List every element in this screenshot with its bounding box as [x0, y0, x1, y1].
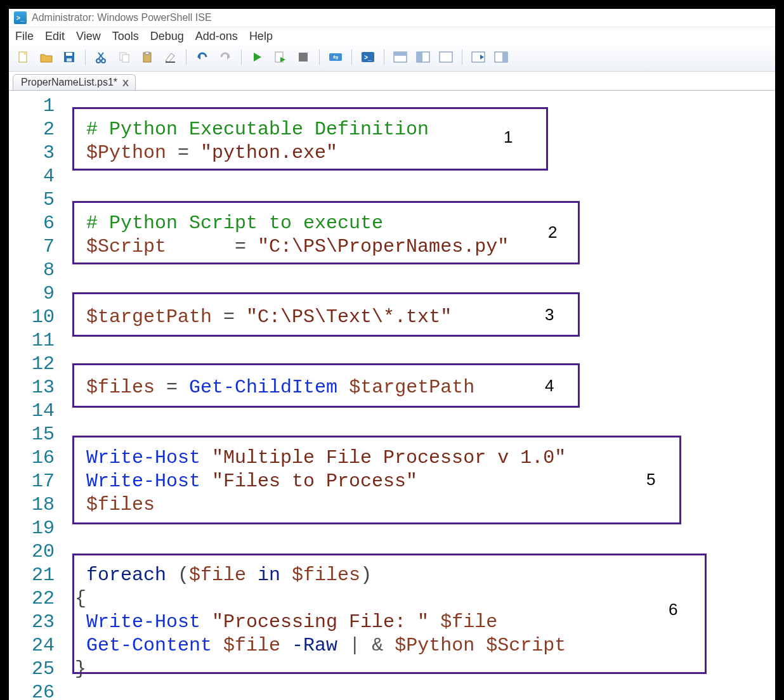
code-variable: $files	[86, 377, 155, 398]
show-command-icon[interactable]	[469, 48, 488, 66]
code-keyword: foreach	[86, 564, 166, 586]
layout-side-icon[interactable]	[414, 48, 433, 66]
svg-rect-4	[67, 58, 72, 62]
code-comment: # Python Script to execute	[86, 212, 383, 234]
code-variable: $files	[86, 494, 155, 515]
menu-help[interactable]: Help	[249, 30, 273, 43]
line-number: 20	[9, 540, 63, 564]
code-cmdlet: Get-ChildItem	[189, 377, 337, 398]
line-number: 11	[9, 329, 63, 353]
svg-rect-32	[502, 52, 507, 62]
svg-point-8	[101, 59, 105, 63]
show-addon-icon[interactable]	[492, 48, 511, 66]
line-number: 24	[9, 634, 63, 658]
powershell-tab-icon[interactable]: >_	[358, 48, 377, 66]
toolbar-separator	[384, 49, 384, 65]
line-number: 7	[9, 235, 63, 259]
line-number: 3	[9, 141, 63, 165]
code-op: =	[166, 236, 258, 257]
svg-rect-12	[145, 52, 149, 55]
toolbar: ⇆ >_	[9, 46, 775, 72]
line-number: 6	[9, 212, 63, 235]
svg-text:>_: >_	[364, 54, 372, 61]
line-number: 1	[9, 94, 63, 118]
layout-top-icon[interactable]	[391, 48, 410, 66]
line-number: 14	[9, 399, 63, 423]
menu-bar: File Edit View Tools Debug Add-ons Help	[9, 27, 775, 46]
code-variable: $targetPath	[349, 377, 474, 398]
code-string: "Processing File: "	[212, 611, 429, 633]
code-brace: {	[75, 588, 86, 609]
menu-tools[interactable]: Tools	[112, 30, 139, 43]
open-file-icon[interactable]	[37, 48, 56, 66]
code-cmdlet: Write-Host	[86, 611, 200, 633]
line-number: 16	[9, 446, 63, 470]
code-variable: $Python	[86, 142, 166, 164]
file-tab[interactable]: ProperNameList.ps1* X	[13, 74, 136, 90]
code-string: "Files to Process"	[212, 470, 417, 492]
menu-file[interactable]: File	[15, 30, 34, 43]
powershell-icon: >_	[14, 11, 27, 24]
toolbar-separator	[85, 49, 86, 65]
menu-addons[interactable]: Add-ons	[195, 30, 238, 43]
code-variable: $Script	[86, 236, 166, 257]
menu-debug[interactable]: Debug	[150, 30, 184, 43]
redo-icon[interactable]	[216, 48, 235, 66]
code-variable: $files	[292, 564, 360, 586]
new-file-icon[interactable]	[14, 48, 33, 66]
line-number: 21	[9, 564, 63, 587]
code-string: "Multiple File Processor v 1.0"	[212, 447, 566, 469]
close-tab-icon[interactable]: X	[122, 77, 129, 88]
toolbar-separator	[241, 49, 242, 65]
svg-rect-3	[66, 53, 72, 56]
run-icon[interactable]	[248, 48, 267, 66]
code-brace: }	[75, 658, 86, 680]
line-number: 13	[9, 376, 63, 399]
code-variable: $file	[440, 611, 497, 633]
code-op: =	[212, 306, 246, 328]
svg-text:⇆: ⇆	[333, 54, 338, 61]
remote-icon[interactable]: ⇆	[326, 48, 345, 66]
paste-icon[interactable]	[138, 48, 157, 66]
cut-icon[interactable]	[92, 48, 111, 66]
code-cmdlet: Write-Host	[86, 470, 200, 492]
menu-view[interactable]: View	[76, 30, 101, 43]
code-variable: $Script	[486, 635, 566, 656]
undo-icon[interactable]	[193, 48, 212, 66]
code-parameter: -Raw	[292, 635, 337, 656]
line-number: 23	[9, 611, 63, 634]
run-selection-icon[interactable]	[271, 48, 290, 66]
menu-edit[interactable]: Edit	[45, 30, 65, 43]
title-bar: >_ Administrator: Windows PowerShell ISE	[9, 9, 775, 27]
svg-rect-25	[394, 52, 407, 56]
code-pipe: | &	[337, 635, 395, 656]
stop-icon[interactable]	[294, 48, 313, 66]
code-string: "C:\PS\ProperNames.py"	[258, 236, 509, 257]
clear-icon[interactable]	[160, 48, 180, 66]
code-string: "C:\PS\Text\*.txt"	[246, 306, 452, 328]
code-variable: $targetPath	[86, 306, 212, 328]
line-number: 2	[9, 118, 63, 141]
copy-icon[interactable]	[115, 48, 134, 66]
tab-label: ProperNameList.ps1*	[21, 77, 117, 88]
tabs-row: ProperNameList.ps1* X	[9, 72, 775, 90]
save-icon[interactable]	[60, 48, 79, 66]
line-number: 8	[9, 259, 63, 282]
code-editor[interactable]: 1 2 # Python Executable Definition 3 $Py…	[9, 90, 775, 700]
svg-rect-28	[440, 52, 452, 62]
line-number: 4	[9, 165, 63, 188]
svg-point-7	[96, 59, 100, 63]
svg-marker-16	[254, 53, 261, 62]
toolbar-separator	[319, 49, 320, 65]
line-number: 19	[9, 517, 63, 540]
window-frame: >_ Administrator: Windows PowerShell ISE…	[0, 0, 784, 700]
toolbar-separator	[351, 49, 352, 65]
svg-rect-19	[299, 53, 308, 62]
svg-rect-27	[417, 52, 422, 62]
line-number: 15	[9, 423, 63, 446]
toolbar-separator	[462, 49, 462, 65]
line-number: 17	[9, 470, 63, 493]
code-variable: $Python	[395, 635, 474, 656]
line-number: 18	[9, 493, 63, 517]
layout-full-icon[interactable]	[436, 48, 455, 66]
